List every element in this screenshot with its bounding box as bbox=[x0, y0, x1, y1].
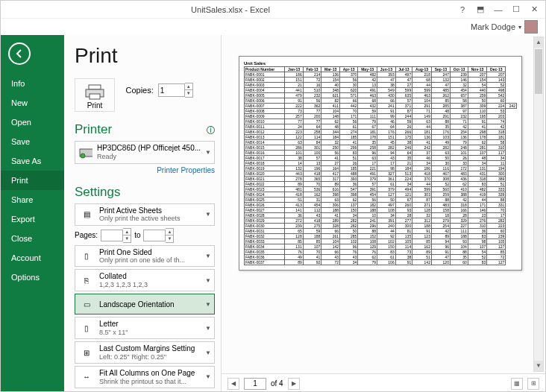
pages-range-row: Pages:▲▼to▲▼ bbox=[75, 228, 215, 243]
print-button[interactable]: Print bbox=[75, 78, 115, 112]
user-name[interactable]: Mark Dodge bbox=[471, 22, 515, 31]
sidebar-item-options[interactable]: Options bbox=[1, 268, 64, 287]
preview-scrollbar[interactable]: ▲ ▼ bbox=[533, 37, 544, 372]
printer-heading: Printer bbox=[75, 122, 112, 137]
next-page-button[interactable]: ▶ bbox=[288, 378, 300, 390]
chevron-down-icon: ▼ bbox=[205, 211, 211, 218]
setting-print-active-sheets[interactable]: ▤Print Active SheetsOnly print the activ… bbox=[75, 203, 215, 226]
minimize-button[interactable]: — bbox=[492, 3, 505, 16]
close-button[interactable]: ✕ bbox=[527, 3, 541, 16]
setting-icon: ▭ bbox=[78, 297, 95, 312]
sidebar-item-account[interactable]: Account bbox=[1, 248, 64, 268]
print-preview-page: Unit Sales Product NumberJan-13Feb-13Mar… bbox=[239, 56, 522, 271]
page-total: of 4 bbox=[271, 379, 283, 388]
window-title: UnitSales.xlsx - Excel bbox=[5, 5, 456, 14]
setting-fit-all-columns-on-one-page[interactable]: ↔Fit All Columns on One PageShrink the p… bbox=[75, 366, 215, 388]
scroll-down-button[interactable]: ▼ bbox=[534, 361, 543, 371]
sheet-title: Unit Sales bbox=[244, 61, 517, 66]
sidebar-item-print[interactable]: Print bbox=[1, 171, 64, 190]
setting-icon: ▯ bbox=[78, 249, 95, 264]
printer-selector[interactable]: HP3DC86D (HP Officejet 450... Ready ▼ bbox=[75, 141, 215, 164]
svg-point-4 bbox=[81, 154, 85, 158]
back-arrow-icon bbox=[14, 48, 25, 59]
sidebar-item-open[interactable]: Open bbox=[1, 113, 64, 132]
printer-icon bbox=[84, 83, 105, 100]
chevron-down-icon: ▼ bbox=[205, 277, 211, 284]
chevron-down-icon: ▼ bbox=[205, 350, 211, 356]
spin-up[interactable]: ▲ bbox=[185, 83, 192, 90]
info-icon[interactable]: i bbox=[207, 126, 215, 134]
printer-properties-link[interactable]: Printer Properties bbox=[75, 166, 215, 174]
back-button[interactable] bbox=[8, 42, 31, 65]
printer-name: HP3DC86D (HP Officejet 450... bbox=[97, 144, 201, 153]
setting-collated[interactable]: ⎘Collated1,2,3 1,2,3 1,2,3▼ bbox=[75, 269, 215, 291]
prev-page-button[interactable]: ◀ bbox=[228, 378, 239, 390]
setting-icon: ▯ bbox=[78, 320, 95, 335]
chevron-down-icon: ▼ bbox=[205, 373, 211, 380]
scroll-up-button[interactable]: ▲ bbox=[534, 37, 543, 48]
svg-rect-0 bbox=[89, 85, 101, 89]
setting-last-custom-margins-setting[interactable]: ⊞Last Custom Margins SettingLeft: 0.25" … bbox=[75, 341, 215, 364]
show-margins-button[interactable]: ⊞ bbox=[527, 378, 539, 390]
preview-table: Product NumberJan-13Feb-13Mar-13Apr-13Ma… bbox=[244, 66, 517, 265]
printer-device-icon bbox=[78, 145, 92, 159]
chevron-down-icon: ▼ bbox=[205, 149, 211, 156]
copies-label: Copies: bbox=[125, 86, 153, 95]
pages-to[interactable]: ▲▼ bbox=[143, 228, 174, 243]
maximize-button[interactable]: ☐ bbox=[509, 3, 523, 16]
avatar[interactable] bbox=[524, 20, 538, 34]
sidebar-item-save-as[interactable]: Save As bbox=[1, 151, 64, 171]
user-menu-arrow[interactable]: ▾ bbox=[518, 24, 521, 31]
setting-icon: ↔ bbox=[78, 370, 95, 385]
chevron-down-icon: ▼ bbox=[205, 253, 211, 259]
print-button-label: Print bbox=[84, 101, 105, 110]
zoom-to-page-button[interactable]: ▦ bbox=[511, 378, 523, 390]
setting-letter[interactable]: ▯Letter8.5" x 11"▼ bbox=[75, 317, 215, 339]
scroll-thumb[interactable] bbox=[535, 49, 542, 94]
pages-from[interactable]: ▲▼ bbox=[101, 228, 131, 243]
sidebar-item-share[interactable]: Share bbox=[1, 190, 64, 209]
svg-rect-2 bbox=[90, 94, 100, 99]
setting-landscape-orientation[interactable]: ▭Landscape Orientation▼ bbox=[75, 294, 215, 314]
sidebar-item-new[interactable]: New bbox=[1, 93, 64, 113]
copies-input[interactable] bbox=[158, 83, 185, 97]
sidebar-item-save[interactable]: Save bbox=[1, 132, 64, 151]
printer-status: Ready bbox=[97, 153, 201, 161]
sidebar-item-export[interactable]: Export bbox=[1, 209, 64, 229]
settings-heading: Settings bbox=[75, 185, 120, 200]
spin-down[interactable]: ▼ bbox=[185, 90, 192, 97]
setting-icon: ⎘ bbox=[78, 273, 95, 288]
chevron-down-icon: ▼ bbox=[205, 301, 211, 308]
sidebar-item-info[interactable]: Info bbox=[1, 74, 64, 93]
copies-spinner[interactable]: ▲▼ bbox=[158, 83, 193, 98]
chevron-down-icon: ▼ bbox=[205, 325, 211, 332]
setting-print-one-sided[interactable]: ▯Print One SidedOnly print on one side o… bbox=[75, 245, 215, 268]
setting-icon: ▤ bbox=[78, 207, 95, 222]
setting-icon: ⊞ bbox=[78, 345, 95, 360]
help-button[interactable]: ? bbox=[456, 3, 469, 16]
ribbon-options-button[interactable]: ⬒ bbox=[474, 3, 487, 16]
backstage-sidebar: InfoNewOpenSaveSave AsPrintShareExportCl… bbox=[1, 35, 64, 392]
page-number-input[interactable] bbox=[244, 378, 266, 390]
page-title: Print bbox=[75, 44, 215, 68]
sidebar-item-close[interactable]: Close bbox=[1, 229, 64, 248]
